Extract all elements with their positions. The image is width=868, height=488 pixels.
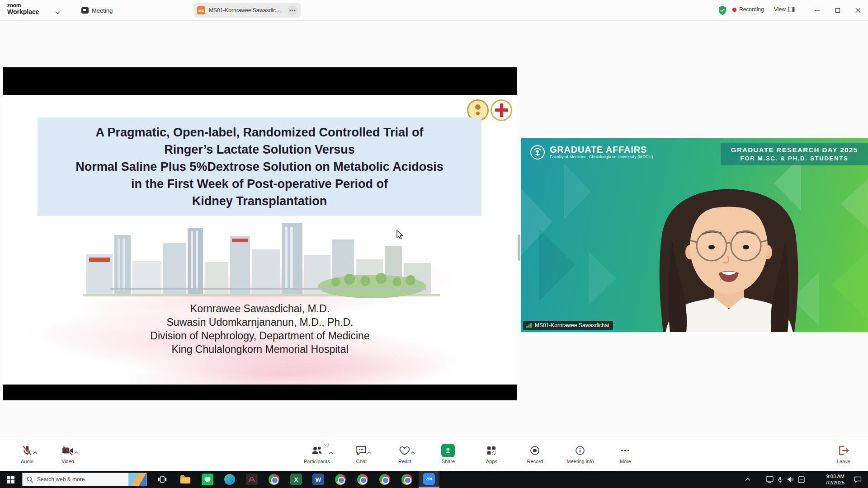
recording-label: Recording [739,6,764,13]
apps-button[interactable]: Apps [480,443,503,464]
participant-name: MS01-Kornrawee Sawasdichai [535,322,609,328]
chrome-profile-5-icon[interactable] [396,471,417,488]
connection-signal-icon [526,323,532,328]
event-banner: GRADUATE RESEARCH DAY 2025 FOR M.SC. & P… [721,143,868,165]
zoom-logo-text: zoom [7,3,39,9]
doc-tab-label: MS01-Kornrawee Sawasdichai's sc [209,7,284,14]
search-news-thumbnail [128,473,146,486]
windows-taskbar: Search web & more [0,471,868,488]
participant-name-tag: MS01-Kornrawee Sawasdichai [523,321,613,330]
presenter-person [521,138,868,332]
minimize-button[interactable] [807,0,827,20]
security-shield-icon[interactable] [718,5,727,17]
more-button[interactable]: More [613,443,637,464]
zoom-app-icon[interactable]: zm [419,471,439,488]
mouse-cursor [396,230,404,240]
tab-meeting[interactable]: Meeting [78,4,116,17]
meeting-tab-label: Meeting [92,7,113,14]
recording-indicator[interactable]: Recording [732,6,764,13]
tray-show-hidden-icons[interactable] [745,471,750,488]
event-subtitle-line: FOR M.SC. & PH.D. STUDENTS [724,155,864,163]
chat-label: Chat [356,459,367,464]
share-label: Share [442,459,455,464]
author-line: King Chulalongkorn Memorial Hospital [3,343,517,356]
acrobat-reader-icon[interactable] [241,471,262,488]
microphone-tray-icon[interactable] [778,476,783,483]
volume-tray-icon[interactable] [787,476,794,483]
line-app-icon[interactable] [197,471,218,488]
leave-button[interactable]: Leave [829,443,858,464]
apps-grid-icon [486,445,497,456]
task-view-button[interactable] [152,471,173,488]
slide-title-box: A Pragmatic, Open-label, Randomized Cont… [38,117,481,216]
start-button[interactable] [0,471,21,488]
panel-resize-handle[interactable] [518,235,520,261]
search-placeholder: Search web & more [37,476,125,483]
share-screen-icon [441,444,455,457]
video-button[interactable]: Video [53,443,82,464]
participants-icon [311,445,323,456]
audio-options-chevron[interactable] [33,448,38,456]
view-layout-icon [788,7,795,12]
system-tray [766,471,805,488]
slide-title-line: Ringer’s Lactate Solution Versus [38,141,481,158]
zoom-workplace-logo: zoom Workplace [7,3,39,15]
share-button[interactable]: Share [436,443,460,464]
video-options-chevron[interactable] [74,448,79,456]
leave-icon [838,445,849,456]
react-button[interactable]: React [393,443,416,464]
tab-shared-screen[interactable]: MS MS01-Kornrawee Sawasdichai's sc [193,3,301,18]
meeting-info-button[interactable]: Meeting info [566,443,594,464]
display-tray-icon[interactable] [766,476,774,483]
taskbar-search-box[interactable]: Search web & more [22,473,147,486]
leave-label: Leave [837,459,850,464]
chevron-down-icon[interactable] [55,8,60,16]
chat-button[interactable]: Chat [349,443,373,464]
slide-title-line: in the First Week of Post-operative Peri… [38,175,481,192]
maximize-button[interactable] [827,0,848,20]
meeting-toolbar: Audio Video [0,440,868,471]
red-cross-emblem-icon [491,99,512,121]
participants-options-chevron[interactable] [329,448,333,456]
chrome-profile-3-icon[interactable] [352,471,373,488]
presentation-slide: A Pragmatic, Open-label, Randomized Cont… [3,95,517,385]
search-icon [27,476,33,483]
slide-title-line: A Pragmatic, Open-label, Randomized Cont… [38,124,481,141]
edge-browser-icon[interactable] [219,471,240,488]
tab-overflow-icon[interactable] [288,5,297,15]
author-line: Division of Nephrology, Department of Me… [3,329,517,343]
org-name: GRADUATE AFFAIRS [550,145,653,155]
word-icon[interactable]: W [308,471,329,488]
chrome-profile-4-icon[interactable] [374,471,395,488]
action-center-button[interactable] [847,471,868,488]
video-label: Video [61,459,74,464]
graduate-affairs-emblem-icon [530,145,545,160]
view-button[interactable]: View [771,5,797,14]
graduate-affairs-logo: GRADUATE AFFAIRS Faculty of Medicine, Ch… [530,145,653,160]
close-button[interactable] [848,0,868,20]
react-options-chevron[interactable] [410,448,415,456]
chat-options-chevron[interactable] [367,448,372,456]
record-button[interactable]: Record [523,443,547,464]
zoom-window: zoom Workplace Meeting MS MS01-Kornrawee… [0,0,868,488]
participants-button[interactable]: 27 Participants [304,443,330,464]
clock-time: 9:03 AM [812,473,844,479]
chrome-profile-2-icon[interactable] [330,471,351,488]
excel-icon[interactable]: X [286,471,307,488]
speaker-video-tile[interactable]: GRADUATE AFFAIRS Faculty of Medicine, Ch… [521,138,868,332]
more-ellipsis-icon [620,445,631,456]
participants-label: Participants [304,459,330,464]
ime-language-tray-icon[interactable] [798,476,805,483]
heart-icon [399,445,410,456]
view-label: View [774,6,786,13]
camera-off-icon [61,445,74,456]
file-explorer-icon[interactable] [175,471,196,488]
chrome-profile-1-icon[interactable] [264,471,284,488]
record-label: Record [527,459,543,464]
taskbar-clock[interactable]: 9:03 AM 7/2/2025 [812,473,844,486]
react-label: React [398,459,411,464]
doc-tab-badge: MS [197,6,205,14]
windows-logo-icon [7,476,14,483]
audio-button[interactable]: Audio [13,443,42,464]
slide-title-line: Kidney Transplantation [38,192,481,210]
